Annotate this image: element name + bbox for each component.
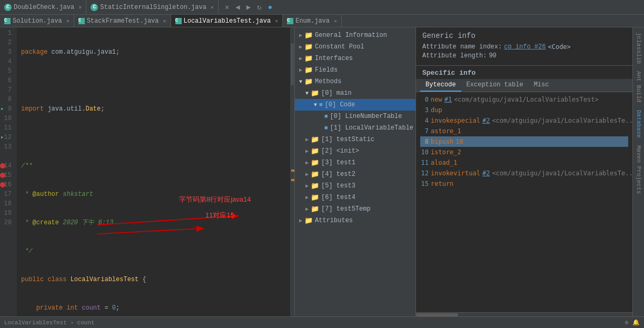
file-icon-lnt: ■ xyxy=(324,113,328,120)
back-btn[interactable]: ◀ xyxy=(233,2,242,13)
ln-17: 17 xyxy=(0,190,14,199)
file-icon-code: ■ xyxy=(319,102,323,108)
bc-tab-misc[interactable]: Misc xyxy=(529,79,554,92)
generic-info-title: Generic info xyxy=(422,32,626,40)
attr-length-value: 90 xyxy=(489,52,496,59)
tree-item-general-info[interactable]: ▶ 📁 General Information xyxy=(295,29,415,41)
sidebar-database[interactable]: Database xyxy=(635,107,643,141)
ln-7: 7 xyxy=(0,85,14,95)
ln-4: 4 xyxy=(0,57,14,66)
tree-label-t4: [6] test4 xyxy=(321,194,355,201)
tri-t3: ▶ xyxy=(305,183,309,189)
tree-panel: ▶ 📁 General Information ▶ 📁 Constant Poo… xyxy=(295,27,416,316)
close-btn[interactable]: ✕ xyxy=(223,2,231,13)
code-editor: 1 2 3 4 5 6 7 8 ▶ 9 10 11 ▶ 12 13 xyxy=(0,27,295,316)
bc-line-12: 12 invokevirtual #2 <com/atguigu/java1/L… xyxy=(420,168,628,178)
settings-icon[interactable]: ⚙ xyxy=(625,319,628,326)
bc-op-8: bipush xyxy=(431,136,453,147)
ln-15: 15 xyxy=(0,171,14,180)
scrollbar-thumb[interactable] xyxy=(416,313,458,316)
tree-item-linenumber[interactable]: ■ [0] LineNumberTable xyxy=(295,111,415,122)
tree-item-test2[interactable]: ▶ 📁 [4] test2 xyxy=(295,168,415,180)
status-path: LocalVariablesTest › count xyxy=(4,320,95,326)
tree-item-constant-pool[interactable]: ▶ 📁 Constant Pool xyxy=(295,41,415,53)
bc-ref-0[interactable]: #1 xyxy=(444,94,452,105)
scroll-thumb xyxy=(291,43,294,85)
tab-static[interactable]: C StaticInternalSingleton.java ✕ xyxy=(86,0,219,14)
folder-icon-iface: 📁 xyxy=(304,54,313,63)
tab-close-localvars[interactable]: ✕ xyxy=(275,18,278,24)
tri-methods: ▼ xyxy=(299,79,302,85)
tab-stackframe[interactable]: C StackFrameTest.java ✕ xyxy=(74,15,171,27)
bc-tab-bytecode[interactable]: Bytecode xyxy=(420,79,461,92)
tree-content: ▶ 📁 General Information ▶ 📁 Constant Poo… xyxy=(295,27,415,316)
tree-item-interfaces[interactable]: ▶ 📁 Interfaces xyxy=(295,53,415,64)
bc-tab-exception[interactable]: Exception table xyxy=(461,79,529,92)
tree-item-localvartable[interactable]: ■ [1] LocalVariableTable xyxy=(295,122,415,134)
bc-num-4: 4 xyxy=(420,115,429,126)
tab-label-doublcheck: DoubleCheck.java xyxy=(14,4,74,11)
bc-op-11: aload_1 xyxy=(431,157,458,168)
tab-close-static[interactable]: ✕ xyxy=(211,4,214,11)
tree-label-general: General Information xyxy=(315,32,387,39)
breakpoint-16 xyxy=(0,182,5,187)
tab-close-solution[interactable]: ✕ xyxy=(66,18,70,24)
tab-solution[interactable]: C Solution.java ✕ xyxy=(0,15,74,27)
code-line-3: import java.util.Date; xyxy=(21,104,286,114)
sidebar-jclasslib[interactable]: jclasslib xyxy=(635,29,643,67)
tri-t1: ▶ xyxy=(305,160,309,166)
tree-item-teststatic[interactable]: ▶ 📁 [1] testStatic xyxy=(295,134,415,145)
attr-name-link[interactable]: cp_info #26 xyxy=(504,43,546,51)
tree-item-fields[interactable]: ▶ 📁 Fields xyxy=(295,64,415,76)
tab-localvars[interactable]: C LocalVariablesTest.java ✕ xyxy=(171,15,283,27)
tree-item-test5temp[interactable]: ▶ 📁 [7] test5Temp xyxy=(295,203,415,215)
tab-close-stackframe[interactable]: ✕ xyxy=(163,18,166,24)
bc-val-8: 10 xyxy=(455,136,463,147)
tree-item-main[interactable]: ▼ 📁 [0] main xyxy=(295,87,415,99)
right-scrollbar[interactable] xyxy=(416,312,632,316)
folder-icon-t5: 📁 xyxy=(311,205,319,213)
bc-op-7: astore_1 xyxy=(431,126,461,136)
right-sidebar: jclasslib Ant Build Database Maven Proje… xyxy=(632,27,644,316)
bc-line-15: 15 return xyxy=(420,178,628,189)
notifications-icon[interactable]: 🔔 xyxy=(632,319,640,326)
bc-ref-4[interactable]: #2 xyxy=(482,115,490,126)
tri-init: ▶ xyxy=(305,148,309,154)
tree-item-methods[interactable]: ▼ 📁 Methods xyxy=(295,76,415,87)
forward-btn[interactable]: ▶ xyxy=(244,2,253,13)
ln-18: 18 xyxy=(0,199,14,208)
tree-item-test4[interactable]: ▶ 📁 [6] test4 xyxy=(295,192,415,203)
bc-num-8: 8 xyxy=(420,136,429,147)
bc-line-4: 4 invokespecial #2 <com/atguigu/java1/Lo… xyxy=(420,115,628,126)
ln-1: 1 xyxy=(0,28,14,38)
ln-10: 10 xyxy=(0,114,14,123)
sidebar-ant-build[interactable]: Ant Build xyxy=(635,68,643,105)
folder-icon-t3: 📁 xyxy=(311,182,319,190)
bc-num-3: 3 xyxy=(420,105,429,115)
circle-btn[interactable]: ● xyxy=(266,2,274,13)
tab-icon-stackframe: C xyxy=(78,18,85,24)
tree-item-test1[interactable]: ▶ 📁 [3] test1 xyxy=(295,157,415,168)
tree-item-init[interactable]: ▶ 📁 [2] <init> xyxy=(295,145,415,157)
tab-close-enum[interactable]: ✕ xyxy=(334,18,337,24)
bytecode-content: 0 new #1 <com/atguigu/java1/LocalVariabl… xyxy=(416,92,632,312)
bc-ref-12[interactable]: #2 xyxy=(482,168,490,178)
tree-label-lvt: [1] LocalVariableTable xyxy=(330,124,413,132)
tab-bar-1: C DoubleCheck.java ✕ C StaticInternalSin… xyxy=(0,0,644,15)
refresh-btn[interactable]: ↻ xyxy=(255,2,263,13)
ln-2: 2 xyxy=(0,38,14,47)
code-line-7: * @create 2020 下午 6:13 xyxy=(21,218,286,227)
breakpoint-14 xyxy=(0,163,5,168)
ln-13: 13 xyxy=(0,142,14,152)
sidebar-maven[interactable]: Maven Projects xyxy=(635,142,643,197)
specific-info-label: Specific info xyxy=(416,66,632,79)
tree-item-code[interactable]: ▼ ■ [0] Code xyxy=(295,99,415,111)
tab-close-doublcheck[interactable]: ✕ xyxy=(78,4,82,11)
tree-item-test3[interactable]: ▶ 📁 [5] test3 xyxy=(295,180,415,192)
ln-6: 6 xyxy=(0,76,14,85)
tab-doublcheck[interactable]: C DoubleCheck.java ✕ xyxy=(0,0,86,14)
tree-item-attributes[interactable]: ▶ 📁 Attributes xyxy=(295,215,415,226)
tab-enum[interactable]: C Enum.java ✕ xyxy=(283,15,342,27)
code-content[interactable]: package com.atguigu.java1; import java.u… xyxy=(17,27,290,316)
folder-icon-cp: 📁 xyxy=(304,43,313,51)
